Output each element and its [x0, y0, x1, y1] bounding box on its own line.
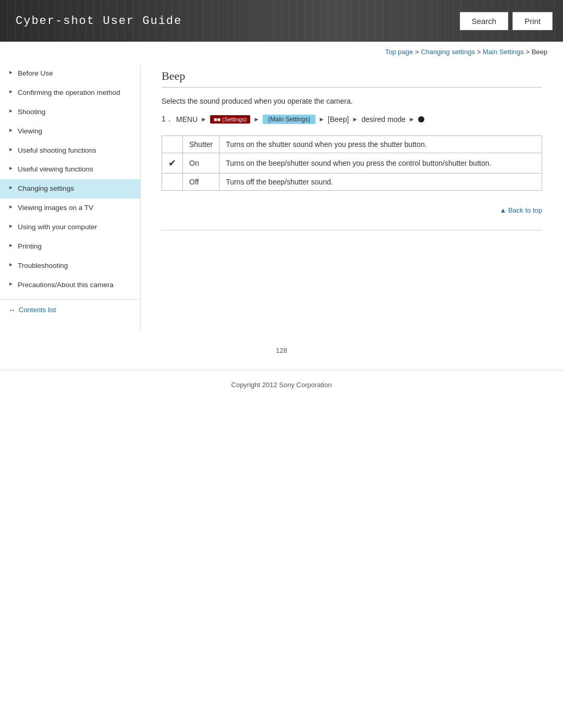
sidebar-arrow: ► [8, 165, 14, 171]
content-description: Selects the sound produced when you oper… [162, 97, 542, 105]
mode-label: desired mode [361, 115, 406, 124]
sidebar-item-label: Before Use [18, 69, 135, 79]
contents-list-label: Contents list [19, 306, 56, 314]
copyright-text: Copyright 2012 Sony Corporation [231, 381, 332, 389]
sidebar-arrow: ► [8, 184, 14, 190]
main-layout: ► Before Use ► Confirming the operation … [0, 64, 563, 331]
table-cell-icon [162, 136, 183, 153]
sidebar-item-label: Using with your computer [18, 223, 135, 232]
breadcrumb-sep2: > [475, 48, 483, 56]
sidebar-item-precautions[interactable]: ► Precautions/About this camera [0, 276, 140, 295]
sidebar-item-before-use[interactable]: ► Before Use [0, 64, 140, 83]
table-cell-label: Shutter [183, 136, 219, 153]
search-button[interactable]: Search [460, 12, 509, 30]
settings-badge: ■■ (Settings) [210, 115, 250, 124]
sidebar-arrow: ► [8, 69, 14, 75]
arrow-sep-4: ► [352, 116, 358, 123]
sidebar-arrow: ► [8, 108, 14, 114]
sidebar-item-label: Useful viewing functions [18, 165, 135, 175]
sidebar-arrow: ► [8, 262, 14, 267]
sidebar-item-viewing[interactable]: ► Viewing [0, 122, 140, 141]
sidebar-arrow: ► [8, 89, 14, 94]
sidebar-item-label: Viewing [18, 127, 135, 137]
header-buttons: Search Print [449, 0, 563, 42]
breadcrumb-sep3: > [524, 48, 532, 56]
table-row: Off Turns off the beep/shutter sound. [162, 174, 542, 191]
page-footer: Copyright 2012 Sony Corporation [0, 370, 563, 399]
table-cell-description: Turns on the shutter sound when you pres… [219, 136, 542, 153]
print-button[interactable]: Print [512, 12, 553, 30]
sidebar-item-label: Precautions/About this camera [18, 280, 135, 290]
arrow-sep-3: ► [319, 116, 325, 123]
sidebar-item-label: Troubleshooting [18, 261, 135, 271]
arrow-sep-1: ► [201, 116, 207, 123]
table-row: Shutter Turns on the shutter sound when … [162, 136, 542, 153]
header: Cyber-shot User Guide Search Print [0, 0, 563, 42]
beep-table: Shutter Turns on the shutter sound when … [162, 135, 542, 191]
beep-label: [Beep] [328, 115, 349, 124]
bullet-dot [418, 116, 424, 122]
sidebar-item-changing-settings[interactable]: ► Changing settings [0, 179, 140, 199]
breadcrumb-sep1: > [413, 48, 421, 56]
sidebar-item-shooting[interactable]: ► Shooting [0, 103, 140, 122]
table-cell-description: Turns on the beep/shutter sound when you… [219, 153, 542, 174]
page-number: 128 [0, 331, 563, 360]
contents-list-link[interactable]: ↔ Contents list [8, 306, 132, 314]
sidebar-item-label: Useful shooting functions [18, 146, 135, 156]
menu-step: 1． [162, 115, 173, 124]
sidebar-item-using-computer[interactable]: ► Using with your computer [0, 218, 140, 237]
sidebar-item-printing[interactable]: ► Printing [0, 237, 140, 256]
page-title: Beep [162, 69, 542, 88]
contents-list-icon: ↔ [8, 306, 16, 314]
sidebar-arrow: ► [8, 242, 14, 248]
content-area: Beep Selects the sound produced when you… [141, 64, 563, 331]
table-cell-label: On [183, 153, 219, 174]
sidebar-arrow: ► [8, 127, 14, 133]
app-title: Cyber-shot User Guide [0, 0, 449, 42]
sidebar-item-confirming-operation[interactable]: ► Confirming the operation method [0, 83, 140, 103]
sidebar-item-label: Confirming the operation method [18, 88, 135, 98]
sidebar-item-label: Printing [18, 242, 135, 252]
table-cell-description: Turns off the beep/shutter sound. [219, 174, 542, 191]
menu-path: 1． MENU ► ■■ (Settings) ► (Main Settings… [162, 115, 542, 124]
sidebar-footer: ↔ Contents list [0, 299, 140, 320]
sidebar-arrow: ► [8, 204, 14, 209]
sidebar-item-viewing-tv[interactable]: ► Viewing images on a TV [0, 199, 140, 218]
sidebar-item-useful-shooting[interactable]: ► Useful shooting functions [0, 141, 140, 161]
menu-label: MENU [176, 115, 198, 124]
arrow-sep-2: ► [253, 116, 260, 123]
sidebar-item-useful-viewing[interactable]: ► Useful viewing functions [0, 160, 140, 179]
table-row: ✔ On Turns on the beep/shutter sound whe… [162, 153, 542, 174]
arrow-sep-5: ► [409, 116, 415, 123]
breadcrumb-main-settings[interactable]: Main Settings [483, 48, 524, 56]
sidebar: ► Before Use ► Confirming the operation … [0, 64, 141, 331]
back-to-top-link[interactable]: ▲ Back to top [499, 206, 542, 214]
table-cell-label: Off [183, 174, 219, 191]
breadcrumb-changing-settings[interactable]: Changing settings [421, 48, 475, 56]
sidebar-item-label: Changing settings [18, 184, 135, 194]
main-settings-badge: (Main Settings) [263, 115, 315, 124]
check-mark-icon: ✔ [168, 158, 176, 168]
table-cell-icon: ✔ [162, 153, 183, 174]
breadcrumb: Top page > Changing settings > Main Sett… [0, 42, 563, 59]
breadcrumb-top-page[interactable]: Top page [385, 48, 413, 56]
content-divider [162, 230, 542, 230]
sidebar-arrow: ► [8, 146, 14, 152]
sidebar-arrow: ► [8, 223, 14, 229]
sidebar-item-troubleshooting[interactable]: ► Troubleshooting [0, 256, 140, 276]
table-cell-icon [162, 174, 183, 191]
back-to-top: ▲ Back to top [162, 201, 542, 225]
sidebar-item-label: Shooting [18, 107, 135, 117]
breadcrumb-current: Beep [532, 48, 547, 56]
sidebar-arrow: ► [8, 281, 14, 287]
sidebar-item-label: Viewing images on a TV [18, 203, 135, 213]
